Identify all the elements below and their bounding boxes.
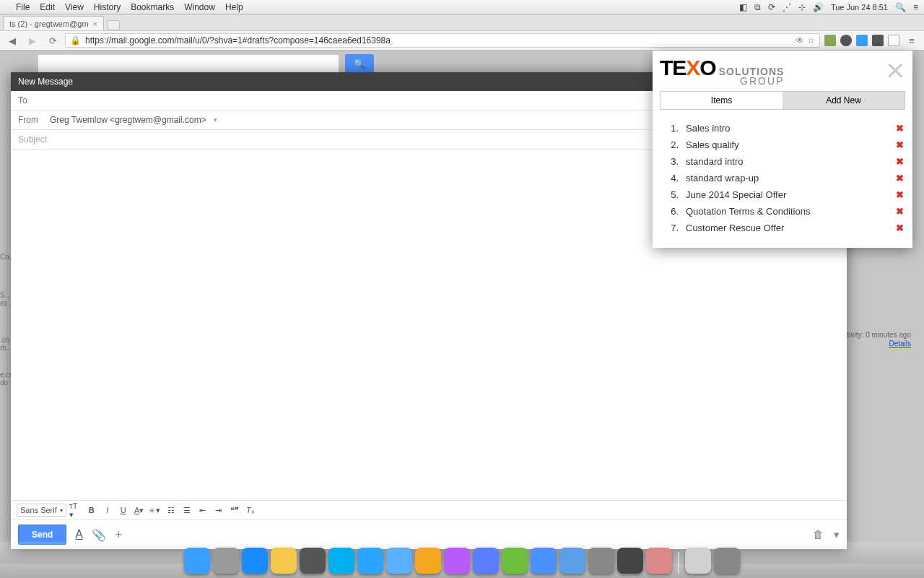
dock-app-messages[interactable] xyxy=(357,548,383,574)
font-family-dropdown[interactable]: Sans Serif ▾ xyxy=(17,504,66,517)
template-item[interactable]: 4.standard wrap-up✖ xyxy=(660,170,905,186)
menu-file[interactable]: File xyxy=(16,2,30,12)
extension-icon[interactable] xyxy=(856,35,868,46)
template-item[interactable]: 3.standard intro✖ xyxy=(660,153,905,170)
dock-app-finder2[interactable] xyxy=(386,548,412,574)
nav-forward-icon: ▶ xyxy=(25,33,40,48)
numbered-list-button[interactable]: ☷ xyxy=(165,504,178,517)
dock-app-photobooth[interactable] xyxy=(617,548,643,574)
item-label: Sales qualify xyxy=(686,139,739,150)
dock-app-finder[interactable] xyxy=(184,548,210,574)
template-item[interactable]: 5.June 2014 Special Offer✖ xyxy=(660,186,905,203)
delete-item-icon[interactable]: ✖ xyxy=(896,223,904,233)
dock-app-terminal[interactable] xyxy=(300,548,326,574)
dock-app-safari[interactable] xyxy=(559,548,585,574)
notification-icon[interactable]: ◧ xyxy=(739,2,747,12)
chrome-menu-icon[interactable]: ≡ xyxy=(904,33,920,48)
eye-icon[interactable]: 👁 xyxy=(796,35,804,46)
dock xyxy=(174,545,750,577)
dock-app-chrome[interactable] xyxy=(271,548,297,574)
dock-app-skype[interactable] xyxy=(328,548,354,574)
from-label: From xyxy=(18,115,43,125)
menu-extras-icon[interactable]: ≡ xyxy=(913,2,918,12)
delete-item-icon[interactable]: ✖ xyxy=(896,156,904,167)
gmail-search-button[interactable]: 🔍 xyxy=(345,54,374,73)
dock-app-evernote[interactable] xyxy=(502,548,528,574)
volume-icon[interactable]: 🔊 xyxy=(813,2,824,12)
lock-icon: 🔒 xyxy=(70,35,81,46)
browser-tab[interactable]: ts (2) - gregtwem@gm × xyxy=(3,16,104,30)
bullet-list-button[interactable]: ☰ xyxy=(180,504,193,517)
trash-icon[interactable]: 🗑 xyxy=(813,528,824,541)
indent-less-button[interactable]: ⇤ xyxy=(196,504,209,517)
item-number: 2. xyxy=(661,139,679,150)
dock-app-appstore[interactable] xyxy=(242,548,268,574)
activity-details-link[interactable]: Details xyxy=(889,340,911,348)
template-item[interactable]: 2.Sales qualify✖ xyxy=(660,137,905,153)
bold-button[interactable]: B xyxy=(85,504,98,517)
template-item[interactable]: 6.Quotation Terms & Conditions✖ xyxy=(660,203,905,220)
template-item[interactable]: 7.Customer Rescue Offer✖ xyxy=(660,220,905,236)
address-bar[interactable]: 🔒 https://mail.google.com/mail/u/0/?shva… xyxy=(65,33,820,48)
dock-downloads[interactable] xyxy=(685,548,711,574)
chevron-down-icon[interactable]: ▾ xyxy=(214,116,217,124)
dock-app-launchpad[interactable] xyxy=(213,548,239,574)
spotlight-icon[interactable]: 🔍 xyxy=(895,2,906,12)
delete-item-icon[interactable]: ✖ xyxy=(896,189,904,200)
align-button[interactable]: ≡ ▾ xyxy=(149,504,162,517)
menu-window[interactable]: Window xyxy=(184,2,215,12)
new-tab-button[interactable] xyxy=(107,20,120,30)
macos-menubar: File Edit View History Bookmarks Window … xyxy=(0,0,924,14)
menu-history[interactable]: History xyxy=(94,2,121,12)
tab-add-new[interactable]: Add New xyxy=(783,92,905,109)
dock-app-preview[interactable] xyxy=(588,548,614,574)
extension-icon[interactable] xyxy=(872,35,884,46)
dock-app-pages[interactable] xyxy=(473,548,499,574)
menubar-clock[interactable]: Tue Jun 24 8:51 xyxy=(831,3,888,12)
item-label: June 2014 Special Offer xyxy=(686,189,786,200)
gmail-search-input[interactable] xyxy=(38,54,339,73)
extension-icon[interactable] xyxy=(824,35,836,46)
underline-button[interactable]: U xyxy=(117,504,130,517)
italic-button[interactable]: I xyxy=(101,504,114,517)
quote-button[interactable]: ❝❞ xyxy=(228,504,241,517)
indent-more-button[interactable]: ⇥ xyxy=(212,504,225,517)
bluetooth-icon[interactable]: ⊹ xyxy=(798,2,806,12)
dock-app-numbers[interactable] xyxy=(444,548,470,574)
close-popup-icon[interactable]: ✕ xyxy=(885,59,905,83)
nav-reload-icon[interactable]: ⟳ xyxy=(45,33,61,48)
text-color-button[interactable]: A ▾ xyxy=(133,504,146,517)
delete-item-icon[interactable]: ✖ xyxy=(896,173,904,184)
menu-edit[interactable]: Edit xyxy=(40,2,55,12)
delete-item-icon[interactable]: ✖ xyxy=(896,123,904,134)
insert-more-icon[interactable]: + xyxy=(115,527,123,543)
close-tab-icon[interactable]: × xyxy=(93,20,97,28)
menu-bookmarks[interactable]: Bookmarks xyxy=(131,2,174,12)
extension-header: TEXO SOLUTIONS GROUP ✕ xyxy=(653,51,912,91)
dropbox-icon[interactable]: ⧉ xyxy=(754,2,761,12)
extension-icon[interactable] xyxy=(888,35,899,46)
template-item[interactable]: 1.Sales intro✖ xyxy=(660,120,905,137)
subject-label: Subject xyxy=(18,134,47,144)
delete-item-icon[interactable]: ✖ xyxy=(896,206,904,217)
wifi-icon[interactable]: ⋰ xyxy=(783,2,791,12)
item-number: 6. xyxy=(661,206,679,217)
extension-icon[interactable] xyxy=(840,35,852,46)
dock-app-itunes[interactable] xyxy=(531,548,557,574)
menu-view[interactable]: View xyxy=(65,2,84,12)
tab-items[interactable]: Items xyxy=(661,92,783,109)
dock-trash[interactable] xyxy=(714,548,740,574)
format-toggle-icon[interactable]: A xyxy=(75,528,83,541)
dock-app-notes[interactable] xyxy=(415,548,441,574)
star-icon[interactable]: ☆ xyxy=(807,35,815,46)
delete-item-icon[interactable]: ✖ xyxy=(896,139,904,150)
remove-format-button[interactable]: Tₓ xyxy=(244,504,257,517)
more-options-icon[interactable]: ▾ xyxy=(834,528,840,541)
attach-icon[interactable]: 📎 xyxy=(92,528,106,542)
sync-icon[interactable]: ⟳ xyxy=(768,2,775,12)
item-label: standard wrap-up xyxy=(686,173,759,184)
dock-app-calculator[interactable] xyxy=(646,548,672,574)
font-size-button[interactable]: тT ▾ xyxy=(69,504,82,517)
nav-back-icon[interactable]: ◀ xyxy=(4,33,20,48)
menu-help[interactable]: Help xyxy=(225,2,243,12)
